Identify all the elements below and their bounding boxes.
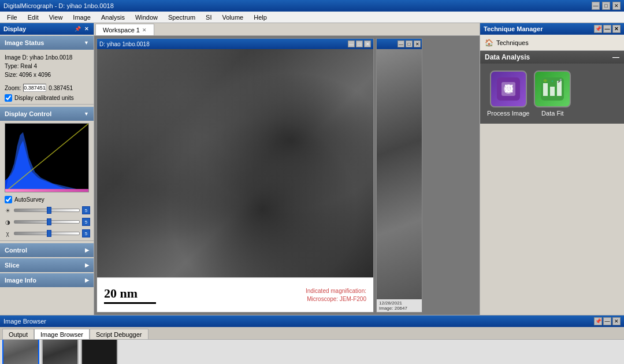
magnification-text: Indicated magnification: bbox=[306, 287, 366, 295]
control-arrow: ▶ bbox=[85, 247, 89, 253]
secondary-date: 12/28/2021 bbox=[379, 300, 419, 306]
tab-output[interactable]: Output bbox=[2, 329, 34, 339]
zoom-value: 0.387451 bbox=[49, 85, 73, 91]
menu-view[interactable]: View bbox=[44, 13, 68, 22]
menu-spectrum[interactable]: Spectrum bbox=[164, 13, 200, 22]
bottom-content bbox=[0, 340, 624, 364]
secondary-footer: 12/28/2021 Image: 20647 bbox=[377, 299, 422, 312]
tm-minimize[interactable]: — bbox=[603, 25, 611, 33]
tab-image-browser[interactable]: Image Browser bbox=[34, 329, 90, 339]
thumbnail-1[interactable] bbox=[2, 340, 39, 364]
calibrated-units-label: Display calibrated units bbox=[14, 95, 74, 101]
thumb-image-3 bbox=[82, 340, 117, 364]
contrast-thumb[interactable] bbox=[47, 218, 51, 225]
image-content: 20 nm Indicated magnification: Microscop… bbox=[97, 49, 373, 312]
iw-close[interactable]: ✕ bbox=[364, 40, 371, 47]
gamma-thumb[interactable] bbox=[47, 230, 51, 237]
secondary-iw-minimize[interactable]: — bbox=[398, 40, 404, 47]
data-fit-label: Data Fit bbox=[541, 110, 564, 117]
brightness-icon: ☀ bbox=[3, 206, 12, 214]
display-control-label: Display Control bbox=[5, 110, 51, 117]
menu-edit[interactable]: Edit bbox=[23, 13, 43, 22]
workspace-tab-close[interactable]: ✕ bbox=[142, 27, 147, 33]
workspace-tab-1[interactable]: Workspace 1 ✕ bbox=[95, 24, 154, 35]
image-window-title: D: yihao 1nbo.0018 bbox=[99, 41, 150, 47]
image-info-arrow: ▶ bbox=[85, 277, 89, 283]
workspace-content: D: yihao 1nbo.0018 — □ ✕ bbox=[94, 36, 480, 315]
thumbnail-2[interactable] bbox=[42, 340, 79, 364]
tm-toolbar: 🏠 Techniques bbox=[480, 35, 624, 51]
apps-grid: 🖼 Process Image 中 bbox=[480, 64, 624, 124]
secondary-image-content bbox=[377, 49, 422, 299]
secondary-iw-maximize[interactable]: □ bbox=[406, 40, 413, 47]
panel-close-button[interactable]: ✕ bbox=[83, 26, 90, 32]
display-control-arrow: ▼ bbox=[84, 111, 89, 117]
secondary-titlebar: — □ ✕ bbox=[377, 39, 422, 49]
tm-pin[interactable]: 📌 bbox=[594, 25, 602, 33]
panel-pin-button[interactable]: 📌 bbox=[73, 26, 82, 32]
contrast-slider-row: ◑ 5 bbox=[0, 216, 94, 228]
menu-file[interactable]: File bbox=[2, 13, 22, 22]
histogram-svg bbox=[5, 124, 88, 192]
tm-toolbar-label: Techniques bbox=[496, 39, 529, 46]
menu-image[interactable]: Image bbox=[68, 13, 95, 22]
bottom-pin[interactable]: 📌 bbox=[594, 317, 602, 325]
image-status-label: Image Status bbox=[5, 39, 44, 46]
brightness-thumb[interactable] bbox=[47, 207, 51, 214]
workspace-tab-label: Workspace 1 bbox=[103, 27, 140, 34]
iw-minimize[interactable]: — bbox=[348, 40, 355, 47]
menu-volume[interactable]: Volume bbox=[218, 13, 248, 22]
process-image-app[interactable]: 🖼 Process Image bbox=[487, 70, 529, 117]
secondary-iw-close[interactable]: ✕ bbox=[414, 40, 421, 47]
menu-analysis[interactable]: Analysis bbox=[96, 13, 129, 22]
slice-header[interactable]: Slice ▶ bbox=[0, 258, 94, 272]
main-image-window: D: yihao 1nbo.0018 — □ ✕ bbox=[96, 38, 374, 313]
panel-header: Display 📌 ✕ bbox=[0, 23, 94, 35]
autosurvey-checkbox[interactable] bbox=[5, 196, 12, 203]
image-status-content: Image D: yihao 1nbo.0018 Type: Real 4 Si… bbox=[0, 50, 94, 83]
calibrated-units-checkbox[interactable] bbox=[5, 94, 12, 102]
gamma-value: 5 bbox=[82, 229, 90, 237]
data-analysis-collapse[interactable]: — bbox=[612, 53, 619, 61]
bottom-close[interactable]: ✕ bbox=[612, 317, 621, 325]
image-info-header[interactable]: Image Info ▶ bbox=[0, 273, 94, 287]
panel-title: Display bbox=[3, 25, 26, 32]
svg-rect-11 bbox=[543, 83, 548, 96]
data-analysis-header: Data Analysis — bbox=[480, 51, 624, 64]
maximize-button[interactable]: □ bbox=[602, 2, 610, 10]
image-status-header[interactable]: Image Status ▼ bbox=[0, 36, 94, 50]
image-footer: 20 nm Indicated magnification: Microscop… bbox=[97, 277, 373, 312]
menu-si[interactable]: SI bbox=[201, 13, 216, 22]
close-button[interactable]: ✕ bbox=[612, 2, 621, 10]
gamma-track bbox=[14, 232, 80, 235]
tab-script-debugger[interactable]: Script Debugger bbox=[90, 329, 148, 339]
bottom-minimize[interactable]: — bbox=[603, 317, 611, 325]
image-name: Image D: yihao 1nbo.0018 bbox=[5, 53, 89, 62]
tm-close[interactable]: ✕ bbox=[612, 25, 621, 33]
image-window-controls: — □ ✕ bbox=[348, 40, 371, 47]
iw-maximize[interactable]: □ bbox=[356, 40, 363, 47]
control-label: Control bbox=[5, 247, 27, 254]
image-size: Size: 4096 x 4096 bbox=[5, 70, 89, 79]
menu-window[interactable]: Window bbox=[131, 13, 162, 22]
contrast-track bbox=[14, 220, 80, 224]
thumbnail-3[interactable] bbox=[81, 340, 118, 364]
zoom-label: Zoom: bbox=[5, 85, 21, 91]
svg-rect-12 bbox=[550, 87, 555, 96]
gamma-icon: χ bbox=[3, 229, 12, 237]
workspace-area: Workspace 1 ✕ D: yihao 1nbo.0018 — □ ✕ bbox=[94, 23, 480, 315]
image-metadata: Indicated magnification: Microscope: JEM… bbox=[306, 287, 366, 303]
home-icon[interactable]: 🏠 bbox=[484, 38, 494, 48]
menu-help[interactable]: Help bbox=[249, 13, 272, 22]
minimize-button[interactable]: — bbox=[592, 2, 600, 10]
data-fit-app[interactable]: 中 + 🎤 Data Fit bbox=[534, 70, 571, 117]
secondary-image-id: Image: 20647 bbox=[379, 306, 419, 311]
display-control-header[interactable]: Display Control ▼ bbox=[0, 107, 94, 121]
control-header[interactable]: Control ▶ bbox=[0, 243, 94, 257]
svg-text:中: 中 bbox=[544, 79, 547, 83]
zoom-input[interactable] bbox=[23, 84, 46, 92]
image-window-titlebar: D: yihao 1nbo.0018 — □ ✕ bbox=[97, 39, 373, 49]
calibrated-units-row: Display calibrated units bbox=[0, 93, 94, 103]
zoom-row: Zoom: 0.387451 bbox=[0, 83, 94, 93]
data-fit-icon: 中 + 🎤 bbox=[534, 70, 571, 107]
